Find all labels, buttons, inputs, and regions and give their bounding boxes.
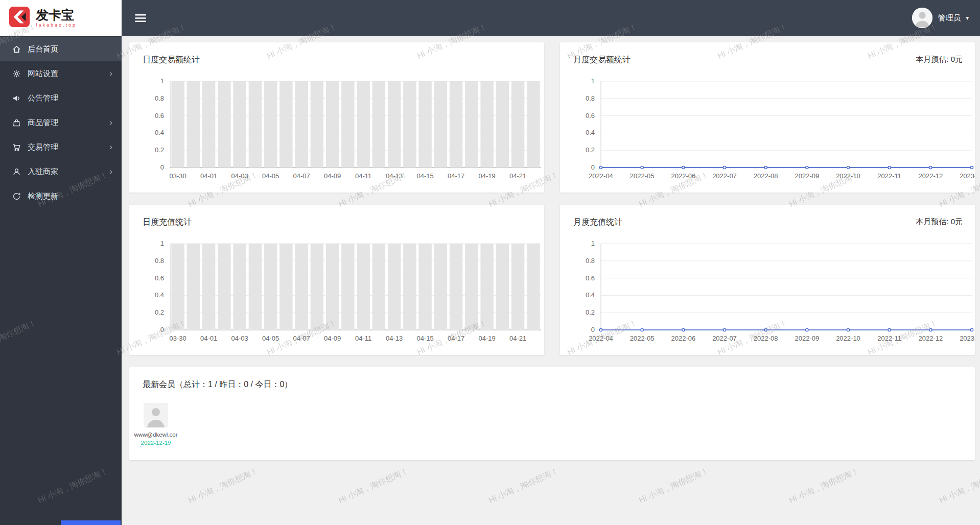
logo-area[interactable]: 发卡宝 fakabao.top xyxy=(0,0,122,36)
topbar: 管理员 ▾ xyxy=(122,0,980,36)
home-icon xyxy=(12,45,21,54)
app-title: 发卡宝 xyxy=(36,8,77,21)
svg-text:2022-09: 2022-09 xyxy=(795,335,819,342)
sidebar-item-user[interactable]: 入驻商家› xyxy=(0,159,122,184)
svg-text:0.4: 0.4 xyxy=(586,291,595,299)
svg-text:04-07: 04-07 xyxy=(293,335,310,342)
chevron-right-icon: › xyxy=(109,68,112,79)
members-title: 最新会员（总计：1 / 昨日：0 / 今日：0） xyxy=(143,379,292,390)
app-subtitle: fakabao.top xyxy=(36,23,77,28)
sidebar-item-gear[interactable]: 网站设置› xyxy=(0,61,122,86)
svg-text:0: 0 xyxy=(160,326,164,333)
chevron-right-icon: › xyxy=(109,166,112,177)
card-latest-members: 最新会员（总计：1 / 昨日：0 / 今日：0） www@dkewl.cor20… xyxy=(129,367,975,460)
svg-text:2022-10: 2022-10 xyxy=(836,172,860,180)
watermark-text: Hi 小淘，淘你想淘！ xyxy=(337,466,410,506)
svg-text:2022-09: 2022-09 xyxy=(795,172,819,180)
member-avatar xyxy=(144,403,168,427)
sidebar-item-label: 检测更新 xyxy=(28,192,58,201)
watermark-text: Hi 小淘，淘你想淘！ xyxy=(186,466,260,506)
svg-text:04-15: 04-15 xyxy=(417,335,434,342)
refresh-icon xyxy=(12,192,21,201)
menu-toggle-icon[interactable] xyxy=(135,14,146,22)
watermark-text: Hi 小淘，淘你想淘！ xyxy=(787,466,860,506)
svg-text:0: 0 xyxy=(160,163,164,171)
svg-text:04-21: 04-21 xyxy=(509,172,526,180)
monthly-estimate: 本月预估: 0元 xyxy=(916,217,963,227)
svg-text:2023-01: 2023-01 xyxy=(960,172,975,180)
user-name: 管理员 xyxy=(938,13,961,23)
svg-text:0.6: 0.6 xyxy=(586,112,595,120)
card-daily-recharge: 日度充值统计 00.20.40.60.8103-3004-0104-0304-0… xyxy=(129,205,544,355)
sidebar-item-label: 后台首页 xyxy=(28,44,58,54)
svg-text:04-13: 04-13 xyxy=(386,172,403,180)
svg-text:03-30: 03-30 xyxy=(170,172,186,180)
chevron-right-icon: › xyxy=(109,142,112,152)
sidebar: 发卡宝 fakabao.top 后台首页网站设置›公告管理商品管理›交易管理›入… xyxy=(0,0,122,525)
member-name: www@dkewl.cor xyxy=(134,432,177,438)
monthly-estimate: 本月预估: 0元 xyxy=(916,55,963,64)
svg-text:2022-07: 2022-07 xyxy=(712,335,737,342)
svg-text:0.2: 0.2 xyxy=(155,146,164,154)
svg-text:04-11: 04-11 xyxy=(355,172,371,180)
user-menu[interactable]: 管理员 ▾ xyxy=(912,8,969,28)
sidebar-item-label: 交易管理 xyxy=(28,142,58,152)
sidebar-item-label: 入驻商家 xyxy=(28,167,58,177)
sidebar-item-refresh[interactable]: 检测更新 xyxy=(0,184,122,208)
svg-text:1: 1 xyxy=(160,77,164,85)
chevron-down-icon: ▾ xyxy=(966,15,969,21)
svg-text:0: 0 xyxy=(591,163,595,171)
svg-text:2022-04: 2022-04 xyxy=(589,335,613,342)
svg-text:0.4: 0.4 xyxy=(155,129,164,136)
svg-text:2022-12: 2022-12 xyxy=(918,172,943,180)
svg-text:04-01: 04-01 xyxy=(200,335,217,342)
svg-text:2023-01: 2023-01 xyxy=(960,335,975,342)
svg-text:2022-08: 2022-08 xyxy=(754,335,778,342)
cart-icon xyxy=(12,143,21,152)
watermark-text: Hi 小淘，淘你想淘！ xyxy=(487,466,560,506)
svg-text:04-05: 04-05 xyxy=(262,335,279,342)
svg-text:04-21: 04-21 xyxy=(509,335,526,342)
svg-text:2022-10: 2022-10 xyxy=(836,335,860,342)
sidebar-item-announce[interactable]: 公告管理 xyxy=(0,86,122,110)
member-item: www@dkewl.cor2022-12-19 xyxy=(144,403,168,446)
sidebar-item-label: 网站设置 xyxy=(28,69,58,79)
svg-text:04-09: 04-09 xyxy=(324,335,341,342)
gear-icon xyxy=(12,69,21,78)
svg-text:1: 1 xyxy=(160,240,164,247)
svg-text:04-09: 04-09 xyxy=(324,172,341,180)
svg-text:04-19: 04-19 xyxy=(479,335,496,342)
svg-text:2022-08: 2022-08 xyxy=(754,172,778,180)
bag-icon xyxy=(12,118,21,127)
svg-text:04-05: 04-05 xyxy=(262,172,279,180)
announce-icon xyxy=(12,94,21,103)
chart-title: 月度充值统计 xyxy=(573,217,622,228)
svg-text:2022-06: 2022-06 xyxy=(671,335,695,342)
sidebar-item-cart[interactable]: 交易管理› xyxy=(0,135,122,159)
svg-text:0.8: 0.8 xyxy=(155,94,164,102)
sidebar-bottom-strip xyxy=(61,520,121,525)
watermark-text: Hi 小淘，淘你想淘！ xyxy=(938,466,980,506)
user-icon xyxy=(12,168,21,176)
sidebar-item-bag[interactable]: 商品管理› xyxy=(0,110,122,135)
sidebar-item-home[interactable]: 后台首页 xyxy=(0,37,122,61)
member-list: www@dkewl.cor2022-12-19 xyxy=(144,403,168,446)
svg-text:04-15: 04-15 xyxy=(417,172,434,180)
svg-text:04-17: 04-17 xyxy=(448,335,464,342)
svg-text:0.4: 0.4 xyxy=(586,129,595,136)
sidebar-item-label: 商品管理 xyxy=(28,118,58,128)
svg-text:2022-11: 2022-11 xyxy=(877,335,901,342)
svg-text:0.2: 0.2 xyxy=(586,308,595,316)
chart-title: 日度充值统计 xyxy=(143,217,192,228)
chart-title: 月度交易额统计 xyxy=(573,55,631,65)
member-date: 2022-12-19 xyxy=(141,440,171,446)
card-monthly-trade: 月度交易额统计 本月预估: 0元 00.20.40.60.812022-0420… xyxy=(560,42,975,193)
svg-text:2022-12: 2022-12 xyxy=(918,335,943,342)
chevron-right-icon: › xyxy=(109,117,112,128)
svg-text:2022-04: 2022-04 xyxy=(589,172,613,180)
svg-text:1: 1 xyxy=(591,77,595,85)
brand-logo-icon xyxy=(8,6,31,30)
svg-text:04-11: 04-11 xyxy=(355,335,371,342)
card-daily-trade: 日度交易额统计 00.20.40.60.8103-3004-0104-0304-… xyxy=(129,42,544,193)
svg-text:0.6: 0.6 xyxy=(155,112,164,120)
